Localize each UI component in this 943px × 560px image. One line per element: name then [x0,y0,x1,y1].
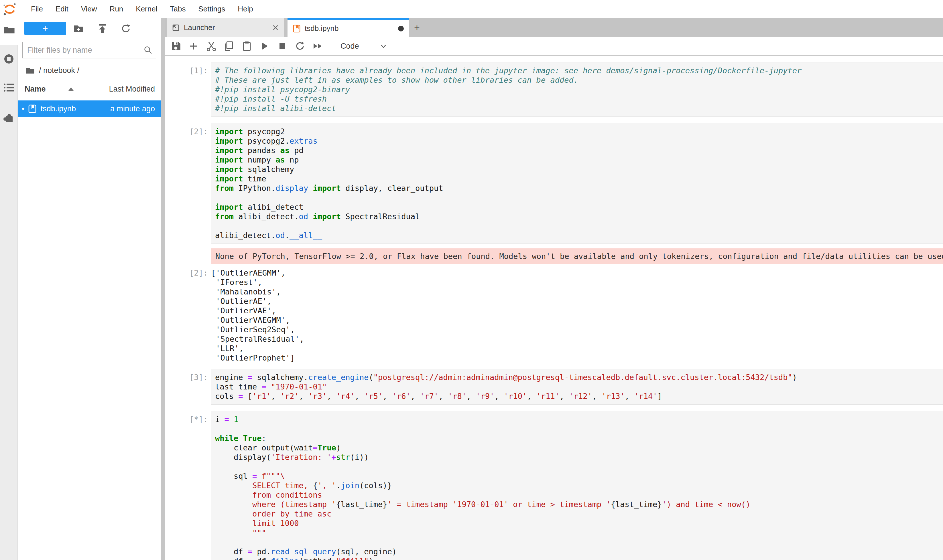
breadcrumb[interactable]: / notebook / [18,64,79,77]
menu-bar: File Edit View Run Kernel Tabs Settings … [0,0,943,18]
sort-ascending-icon[interactable] [68,87,74,91]
tab-notebook-tsdb[interactable]: tsdb.ipynb [287,18,409,37]
file-list-header: Name Last Modified [18,78,161,100]
menu-item-file[interactable]: File [25,5,49,14]
execution-count-prompt: [1]: [165,62,211,75]
upload-icon[interactable] [97,23,107,34]
notebook-tab-icon [293,24,301,33]
column-name[interactable]: Name [25,85,46,94]
unsaved-dot: • [22,104,25,113]
cut-cells-icon[interactable] [206,41,217,51]
add-cell-icon[interactable] [188,41,199,51]
menu-list: File Edit View Run Kernel Tabs Settings … [25,5,259,14]
save-icon[interactable] [170,41,181,51]
file-browser-panel: + / notebook / Name Last Modified • [18,18,161,560]
menu-item-tabs[interactable]: Tabs [164,5,192,14]
menu-item-settings[interactable]: Settings [192,5,232,14]
new-launcher-button[interactable]: + [24,22,66,35]
file-name: tsdb.ipynb [41,105,110,113]
notebook-cell: [3]:engine = sqlalchemy.create_engine("p… [165,369,943,405]
notebook-toolbar: Code [165,37,943,56]
restart-kernel-icon[interactable] [295,41,306,51]
new-folder-icon[interactable] [73,23,83,34]
notebook-file-icon [28,104,37,114]
refresh-icon[interactable] [121,23,131,34]
column-divider [83,80,83,98]
notebook-cell: [1]:# The following libraries have alrea… [165,62,943,117]
restart-run-all-icon[interactable] [312,41,323,51]
execute-result-output: ['OutlierAEGMM', 'IForest', 'Mahalanobis… [211,268,304,363]
stderr-warning-output: None of PyTorch, TensorFlow >= 2.0, or F… [211,248,943,264]
run-cell-icon[interactable] [259,41,270,51]
output-prompt: [2]: [165,268,211,278]
execution-count-prompt: [2]: [165,123,211,136]
plus-icon: + [43,23,48,34]
main-area: Launcher tsdb.ipynb + [165,18,943,560]
file-browser-icon[interactable] [3,25,15,36]
running-sessions-icon[interactable] [3,53,15,65]
filter-files-input[interactable] [23,46,144,55]
cell-code-editor[interactable]: i = 1 while True: clear_output(wait=True… [211,411,943,560]
chevron-down-icon[interactable] [379,42,388,50]
tab-launcher-label: Launcher [184,23,272,32]
close-icon[interactable] [272,24,279,31]
menu-item-kernel[interactable]: Kernel [130,5,164,14]
interrupt-kernel-icon[interactable] [277,41,288,51]
home-folder-icon[interactable] [26,66,35,74]
tab-notebook-label: tsdb.ipynb [305,24,398,33]
launcher-icon [172,24,180,32]
execution-count-prompt: [3]: [165,369,211,382]
panel-splitter[interactable] [161,18,165,560]
cell-code-editor[interactable]: engine = sqlalchemy.create_engine("postg… [211,369,943,405]
notebook-cell: [2]:import psycopg2 import psycopg2.extr… [165,123,943,363]
breadcrumb-path: / notebook / [39,66,79,75]
plus-icon: + [414,22,420,33]
notebook-cell: [*]:i = 1 while True: clear_output(wait=… [165,411,943,560]
menu-item-run[interactable]: Run [103,5,130,14]
jupyter-logo-icon [3,2,17,16]
cell-code-editor[interactable]: import psycopg2 import psycopg2.extras i… [211,123,943,244]
table-of-contents-icon[interactable] [3,82,15,93]
column-last-modified[interactable]: Last Modified [109,85,155,94]
cell-type-dropdown[interactable]: Code [341,42,359,51]
add-tab-button[interactable]: + [409,18,425,37]
unsaved-changes-indicator[interactable] [398,26,404,31]
paste-cells-icon[interactable] [241,41,252,51]
tab-bar: Launcher tsdb.ipynb + [165,18,943,37]
menu-item-help[interactable]: Help [232,5,259,14]
execution-count-prompt: [*]: [165,411,211,424]
file-modified: a minute ago [110,105,155,113]
filter-files-box [22,42,156,58]
tab-launcher[interactable]: Launcher [167,18,284,37]
menu-item-edit[interactable]: Edit [49,5,75,14]
sidebar-rail [0,18,18,560]
menu-item-view[interactable]: View [75,5,103,14]
search-icon [144,46,153,55]
cell-code-editor[interactable]: # The following libraries have already b… [211,62,943,117]
copy-cells-icon[interactable] [224,41,235,51]
notebook-cells: [1]:# The following libraries have alrea… [165,56,943,560]
file-row-tsdb[interactable]: • tsdb.ipynb a minute ago [18,100,161,117]
extensions-puzzle-icon[interactable] [3,112,15,124]
